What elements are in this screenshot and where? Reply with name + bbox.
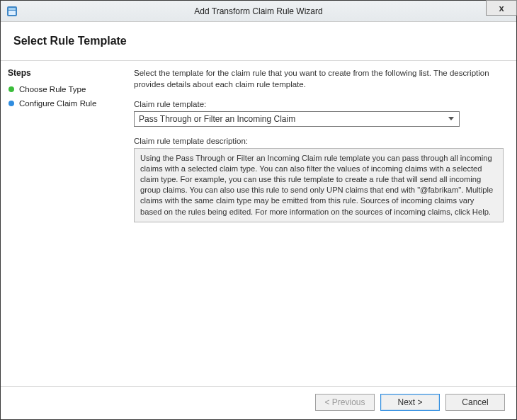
body: Steps Choose Rule Type Configure Claim R… <box>1 61 516 386</box>
svg-rect-1 <box>8 8 16 10</box>
step-label: Choose Rule Type <box>19 85 86 93</box>
main-panel: Select the template for the claim rule t… <box>128 61 516 386</box>
page-header: Select Rule Template <box>1 22 516 60</box>
previous-button[interactable]: < Previous <box>315 394 375 411</box>
wizard-window: Add Transform Claim Rule Wizard x Select… <box>0 0 517 420</box>
bullet-current-icon <box>8 100 15 107</box>
step-choose-rule-type[interactable]: Choose Rule Type <box>8 84 121 95</box>
bullet-done-icon <box>8 86 15 93</box>
claim-rule-template-select[interactable]: Pass Through or Filter an Incoming Claim <box>134 111 460 127</box>
page-title: Select Rule Template <box>13 35 504 47</box>
description-label: Claim rule template description: <box>134 137 504 145</box>
template-label: Claim rule template: <box>134 100 504 108</box>
next-button[interactable]: Next > <box>380 394 440 411</box>
cancel-button[interactable]: Cancel <box>445 394 505 411</box>
steps-heading: Steps <box>8 68 121 78</box>
app-icon <box>6 6 18 17</box>
footer: < Previous Next > Cancel <box>1 386 516 419</box>
step-configure-claim-rule[interactable]: Configure Claim Rule <box>8 98 121 109</box>
step-label: Configure Claim Rule <box>19 99 96 108</box>
intro-text: Select the template for the claim rule t… <box>134 68 504 90</box>
combo-value: Pass Through or Filter an Incoming Claim <box>139 114 446 124</box>
titlebar: Add Transform Claim Rule Wizard x <box>1 1 516 22</box>
steps-sidebar: Steps Choose Rule Type Configure Claim R… <box>1 61 128 386</box>
svg-rect-2 <box>8 11 16 15</box>
template-description: Using the Pass Through or Filter an Inco… <box>134 148 504 222</box>
chevron-down-icon <box>446 112 456 126</box>
window-title: Add Transform Claim Rule Wizard <box>194 6 322 16</box>
close-button[interactable]: x <box>486 0 517 16</box>
